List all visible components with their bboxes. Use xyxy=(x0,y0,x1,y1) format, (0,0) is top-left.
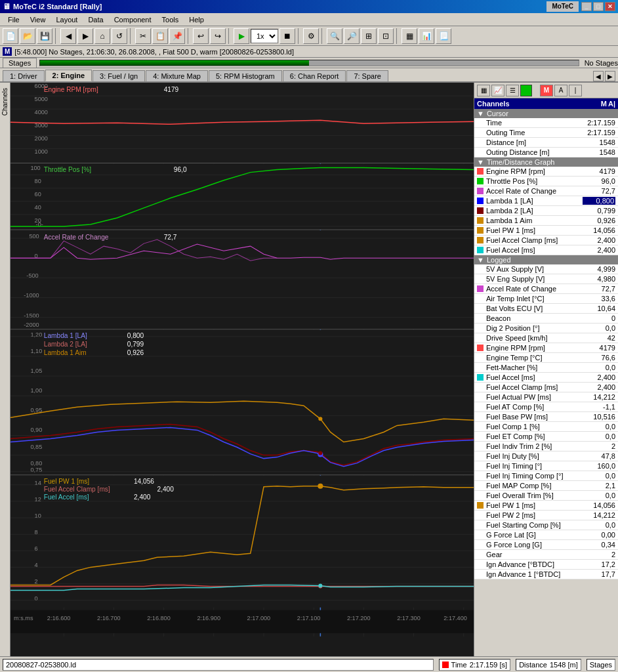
tb-zoom-out[interactable]: 🔎 xyxy=(344,28,360,44)
rp-btn-list[interactable]: ☰ xyxy=(506,85,519,96)
stages-tab[interactable]: Stages xyxy=(3,58,37,68)
rp-btn-m[interactable]: M xyxy=(540,85,553,96)
channel-fuel-starting-comp[interactable]: Fuel Starting Comp [%] 0,0 xyxy=(474,520,618,530)
logged-section-header[interactable]: ▼ Logged xyxy=(474,255,618,264)
tab-fuel-ign[interactable]: 3: Fuel / Ign xyxy=(93,70,145,81)
channel-fuel-base-pw[interactable]: Fuel Base PW [ms] 10,516 xyxy=(474,412,618,422)
channel-row-distance[interactable]: Distance [m] 1548 xyxy=(474,138,618,148)
tb-save[interactable]: 💾 xyxy=(37,28,52,44)
tb-stop[interactable]: ⏹ xyxy=(279,28,295,44)
channel-fuel-overall-trim[interactable]: Fuel Overall Trim [%] 0,0 xyxy=(474,491,618,501)
tb-cut[interactable]: ✂ xyxy=(135,28,151,44)
channel-logged-rpm[interactable]: Engine RPM [rpm] 4179 xyxy=(474,343,618,353)
tb-zoom-fit[interactable]: ⊞ xyxy=(361,28,377,44)
tab-rpm-hist[interactable]: 5: RPM Histogram xyxy=(209,70,282,81)
channel-fuel-map-comp[interactable]: Fuel MAP Comp [%] 2,1 xyxy=(474,481,618,491)
channel-fett-macher[interactable]: Fett-Macher [%] 0,0 xyxy=(474,363,618,373)
channel-fuel-comp1[interactable]: Fuel Comp 1 [%] 0,0 xyxy=(474,422,618,432)
channel-row-outing-distance[interactable]: Outing Distance [m] 1548 xyxy=(474,148,618,158)
maximize-btn[interactable]: □ xyxy=(593,2,604,11)
tb-zoom-in[interactable]: 🔍 xyxy=(327,28,342,44)
channel-g-force-long[interactable]: G Force Long [G] 0,34 xyxy=(474,540,618,550)
tb-refresh[interactable]: ↺ xyxy=(112,28,127,44)
channel-beacon[interactable]: Beacon 0 xyxy=(474,314,618,324)
channel-ign-advance1[interactable]: Ign Advance 1 [°BTDC] 17,7 xyxy=(474,570,618,579)
tab-prev-btn[interactable]: ◀ xyxy=(593,71,604,81)
menu-layout[interactable]: Layout xyxy=(51,14,83,25)
channel-logged-fuel-accel[interactable]: Fuel Accel [ms] 2,400 xyxy=(474,373,618,383)
channel-5v-aux[interactable]: 5V Aux Supply [V] 4,999 xyxy=(474,264,618,274)
channel-fuel-accel-clamp[interactable]: Fuel Accel Clamp [ms] 2,400 xyxy=(474,236,618,245)
tb-zoom-sel[interactable]: ⊡ xyxy=(378,28,394,44)
menu-file[interactable]: File xyxy=(3,14,25,25)
time-distance-section-header[interactable]: ▼ Time/Distance Graph xyxy=(474,158,618,167)
tb-speed-select[interactable]: 1x2x4x xyxy=(251,29,278,43)
channel-logged-fuel-pw1[interactable]: Fuel PW 1 [ms] 14,056 xyxy=(474,501,618,511)
rp-btn-a[interactable]: A xyxy=(554,85,567,96)
channel-dig2-pos[interactable]: Dig 2 Position [°] 0,0 xyxy=(474,324,618,333)
tab-mixture-map[interactable]: 4: Mixture Map xyxy=(146,70,208,81)
channel-lambda1[interactable]: Lambda 1 [LA] 0,800 xyxy=(474,196,618,206)
tb-forward[interactable]: ▶ xyxy=(77,28,93,44)
channel-g-force-lat[interactable]: G Force Lat [G] 0,00 xyxy=(474,530,618,540)
cursor-section-header[interactable]: ▼ Cursor xyxy=(474,109,618,118)
tab-next-btn[interactable]: ▶ xyxy=(605,71,615,81)
tb-report[interactable]: 📃 xyxy=(436,28,451,44)
channel-accel-roc[interactable]: Accel Rate of Change 72,7 xyxy=(474,186,618,196)
channel-air-temp[interactable]: Air Temp Inlet [°C] 33,6 xyxy=(474,294,618,304)
tb-copy[interactable]: 📋 xyxy=(152,28,168,44)
channel-fuel-accel[interactable]: Fuel Accel [ms] 2,400 xyxy=(474,245,618,255)
tb-back[interactable]: ◀ xyxy=(60,28,76,44)
tb-undo[interactable]: ↩ xyxy=(193,28,209,44)
tab-chan-report[interactable]: 6: Chan Report xyxy=(283,70,346,81)
channels-label[interactable]: Channels xyxy=(1,85,9,118)
minimize-btn[interactable]: _ xyxy=(581,2,592,11)
tb-redo[interactable]: ↪ xyxy=(210,28,226,44)
menu-tools[interactable]: Tools xyxy=(157,14,184,25)
channel-ign-advance[interactable]: Ign Advance [°BTDC] 17,2 xyxy=(474,560,618,570)
channel-logged-accel-roc[interactable]: Accel Rate of Change 72,7 xyxy=(474,284,618,294)
channel-fuel-inj-duty[interactable]: Fuel Inj Duty [%] 47,8 xyxy=(474,452,618,461)
tb-home[interactable]: ⌂ xyxy=(94,28,110,44)
channel-drive-speed[interactable]: Drive Speed [km/h] 42 xyxy=(474,333,618,343)
tb-grid[interactable]: ▦ xyxy=(402,28,417,44)
tb-paste[interactable]: 📌 xyxy=(169,28,185,44)
tab-driver[interactable]: 1: Driver xyxy=(3,70,45,81)
tab-spare[interactable]: 7: Spare xyxy=(346,70,388,81)
menu-help[interactable]: Help xyxy=(184,14,209,25)
channel-fuel-inj-timing-comp[interactable]: Fuel Inj Timing Comp [°] 0,0 xyxy=(474,471,618,481)
rp-btn-chart[interactable]: 📈 xyxy=(491,85,505,96)
progress-bar[interactable] xyxy=(39,60,579,66)
channel-row-time[interactable]: Time 2:17.159 xyxy=(474,118,618,128)
tab-engine[interactable]: 2: Engine xyxy=(45,70,93,81)
channel-rpm[interactable]: Engine RPM [rpm] 4179 xyxy=(474,167,618,177)
channel-gear[interactable]: Gear 2 xyxy=(474,550,618,560)
menu-component[interactable]: Component xyxy=(109,14,157,25)
rp-btn-grid[interactable]: ▦ xyxy=(477,85,490,96)
tb-chart[interactable]: 📊 xyxy=(419,28,434,44)
close-btn[interactable]: ✕ xyxy=(605,2,615,11)
channel-fuel-inj-timing[interactable]: Fuel Inj Timing [°] 160,0 xyxy=(474,461,618,471)
channel-fuel-at-comp[interactable]: Fuel AT Comp [%] -1,1 xyxy=(474,402,618,412)
channel-fuel-pw2[interactable]: Fuel PW 2 [ms] 14,212 xyxy=(474,511,618,520)
channel-engine-temp[interactable]: Engine Temp [°C] 76,6 xyxy=(474,353,618,363)
window-controls[interactable]: _ □ ✕ xyxy=(581,2,615,11)
channel-fuel-pw1[interactable]: Fuel PW 1 [ms] 14,056 xyxy=(474,226,618,236)
chart-area[interactable]: 6000 5000 4000 3000 2000 1000 Engine RPM… xyxy=(10,83,474,656)
channel-logged-fuel-accel-clamp[interactable]: Fuel Accel Clamp [ms] 2,400 xyxy=(474,383,618,392)
menu-view[interactable]: View xyxy=(25,14,51,25)
channel-throttle[interactable]: Throttle Pos [%] 96,0 xyxy=(474,177,618,186)
channel-fuel-indiv-trim2[interactable]: Fuel Indiv Trim 2 [%] 2 xyxy=(474,442,618,452)
tb-play[interactable]: ▶ xyxy=(234,28,249,44)
channel-fuel-actual-pw[interactable]: Fuel Actual PW [ms] 14,212 xyxy=(474,392,618,402)
menu-data[interactable]: Data xyxy=(83,14,108,25)
channel-fuel-et-comp[interactable]: Fuel ET Comp [%] 0,0 xyxy=(474,432,618,442)
tb-new[interactable]: 📄 xyxy=(3,28,18,44)
channel-lambda1-aim[interactable]: Lambda 1 Aim 0,926 xyxy=(474,216,618,226)
tb-open[interactable]: 📂 xyxy=(20,28,35,44)
rp-btn-i[interactable]: | xyxy=(569,85,582,96)
channel-5v-eng[interactable]: 5V Eng Supply [V] 4,980 xyxy=(474,274,618,284)
tb-settings[interactable]: ⚙ xyxy=(303,28,319,44)
channel-row-outing-time[interactable]: Outing Time 2:17.159 xyxy=(474,128,618,138)
channel-lambda2[interactable]: Lambda 2 [LA] 0,799 xyxy=(474,206,618,216)
